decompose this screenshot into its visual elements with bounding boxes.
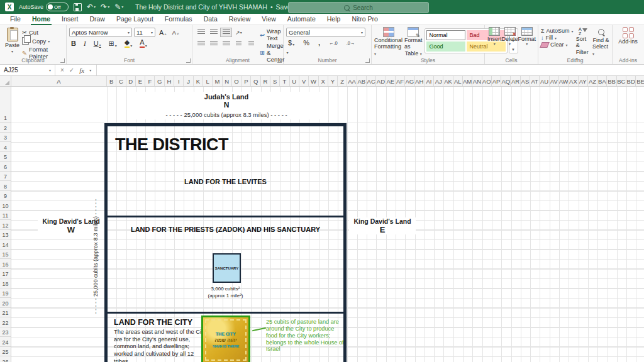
formula-input[interactable] xyxy=(97,65,644,75)
autosave-toggle[interactable]: Off xyxy=(46,3,69,11)
column-header-AV[interactable]: AV xyxy=(550,76,559,86)
clear-button[interactable]: Clear▾ xyxy=(541,41,574,48)
column-header-AF[interactable]: AF xyxy=(396,76,405,86)
column-header-A[interactable]: A xyxy=(11,76,107,86)
column-header-W[interactable]: W xyxy=(309,76,318,86)
column-header-Y[interactable]: Y xyxy=(328,76,338,86)
column-header-AR[interactable]: AR xyxy=(511,76,520,86)
row-header-26[interactable]: 26 xyxy=(0,356,11,362)
orientation-button[interactable]: ↗▾ xyxy=(233,28,245,37)
name-box[interactable]: AJ25▾ xyxy=(0,65,55,75)
district-box[interactable]: THE DISTRICT LAND FOR THE LEVITES LAND F… xyxy=(104,123,347,362)
borders-button[interactable]: ⊞▾ xyxy=(107,40,119,48)
format-cells-button[interactable]: Format▾ xyxy=(518,27,536,47)
search-box[interactable]: Search xyxy=(288,2,429,13)
row-header-1[interactable]: 1 xyxy=(0,87,11,123)
row-header-2[interactable]: 2 xyxy=(0,123,11,133)
column-header-E[interactable]: E xyxy=(136,76,145,86)
comma-style-button[interactable]: , xyxy=(316,39,322,47)
row-header-5[interactable]: 5 xyxy=(0,152,11,162)
row-header-9[interactable]: 9 xyxy=(0,191,11,201)
row-header-11[interactable]: 11 xyxy=(0,211,11,221)
column-header-Z[interactable]: Z xyxy=(338,76,347,86)
city-image[interactable]: THE CITY יהוה שמה YHVH IS THERE xyxy=(201,315,250,362)
column-header-BC[interactable]: BC xyxy=(617,76,626,86)
enter-icon[interactable]: ✓ xyxy=(69,67,74,74)
redo-button[interactable]: ↷▾ xyxy=(101,3,109,11)
shrink-font-button[interactable]: A˅ xyxy=(170,30,181,36)
column-header-AC[interactable]: AC xyxy=(367,76,376,86)
underline-button[interactable]: U▾ xyxy=(92,40,103,47)
column-header-AT[interactable]: AT xyxy=(530,76,540,86)
align-top-button[interactable] xyxy=(195,28,207,37)
column-header-Q[interactable]: Q xyxy=(251,76,260,86)
column-header-AY[interactable]: AY xyxy=(579,76,588,86)
column-header-N[interactable]: N xyxy=(223,76,232,86)
align-middle-button[interactable] xyxy=(208,28,219,37)
fill-color-button[interactable]: ◆▾ xyxy=(123,39,134,48)
column-header-U[interactable]: U xyxy=(290,76,299,86)
column-header-D[interactable]: D xyxy=(126,76,136,86)
save-icon[interactable] xyxy=(74,3,82,11)
column-header-AJ[interactable]: AJ xyxy=(434,76,443,86)
select-all-corner[interactable] xyxy=(0,76,11,86)
row-header-3[interactable]: 3 xyxy=(0,133,11,143)
autosum-button[interactable]: ΣAutoSum▾ xyxy=(541,28,574,34)
font-size-combo[interactable]: 11▾ xyxy=(134,28,155,37)
row-header-12[interactable]: 12 xyxy=(0,220,11,230)
column-header-V[interactable]: V xyxy=(299,76,309,86)
tab-file[interactable]: File xyxy=(5,14,26,25)
column-header-AM[interactable]: AM xyxy=(463,76,472,86)
column-header-AS[interactable]: AS xyxy=(521,76,530,86)
column-header-BE[interactable]: BE xyxy=(636,76,644,86)
row-header-22[interactable]: 22 xyxy=(0,317,11,327)
row-header-8[interactable]: 8 xyxy=(0,181,11,191)
column-header-AL[interactable]: AL xyxy=(453,76,463,86)
tab-insert[interactable]: Insert xyxy=(57,14,83,25)
column-header-C[interactable]: C xyxy=(116,76,126,86)
column-header-O[interactable]: O xyxy=(232,76,242,86)
italic-button[interactable]: I xyxy=(82,40,88,47)
align-center-button[interactable] xyxy=(208,39,219,48)
currency-button[interactable]: $▾ xyxy=(286,39,296,47)
row-header-4[interactable]: 4 xyxy=(0,142,11,152)
style-normal[interactable]: Normal xyxy=(426,30,465,40)
insert-cells-button[interactable]: Insert▾ xyxy=(487,27,502,47)
column-header-L[interactable]: L xyxy=(203,76,213,86)
column-header-AN[interactable]: AN xyxy=(472,76,482,86)
column-header-M[interactable]: M xyxy=(213,76,222,86)
tab-automate[interactable]: Automate xyxy=(282,14,321,25)
font-dialog-launcher[interactable] xyxy=(186,58,191,63)
addins-button[interactable]: Add-ins xyxy=(615,27,641,45)
column-header-BA[interactable]: BA xyxy=(597,76,607,86)
column-header-P[interactable]: P xyxy=(242,76,251,86)
tab-review[interactable]: Review xyxy=(224,14,255,25)
align-left-button[interactable] xyxy=(195,39,207,48)
align-right-button[interactable] xyxy=(220,39,232,48)
percent-button[interactable]: % xyxy=(301,39,311,47)
row-header-20[interactable]: 20 xyxy=(0,298,11,308)
column-header-AZ[interactable]: AZ xyxy=(588,76,597,86)
font-name-combo[interactable]: Aptos Narrow▾ xyxy=(69,28,132,37)
column-header-AW[interactable]: AW xyxy=(559,76,569,86)
column-header-AX[interactable]: AX xyxy=(569,76,578,86)
row-header-19[interactable]: 19 xyxy=(0,288,11,299)
column-header-AU[interactable]: AU xyxy=(540,76,549,86)
column-header-T[interactable]: T xyxy=(280,76,289,86)
column-header-S[interactable]: S xyxy=(270,76,280,86)
column-header-AE[interactable]: AE xyxy=(386,76,396,86)
tab-draw[interactable]: Draw xyxy=(84,14,110,25)
copy-button[interactable]: Copy▾ xyxy=(22,37,64,45)
increase-decimal-button[interactable]: ←.0 xyxy=(327,40,340,46)
column-header-BB[interactable]: BB xyxy=(607,76,616,86)
column-header-BD[interactable]: BD xyxy=(626,76,636,86)
tab-help[interactable]: Help xyxy=(322,14,346,25)
cancel-icon[interactable]: × xyxy=(60,67,64,74)
tab-page-layout[interactable]: Page Layout xyxy=(111,14,158,25)
column-header-AD[interactable]: AD xyxy=(376,76,386,86)
row-header-23[interactable]: 23 xyxy=(0,327,11,337)
clipboard-dialog-launcher[interactable] xyxy=(60,58,65,63)
alignment-dialog-launcher[interactable] xyxy=(277,58,282,63)
tab-formulas[interactable]: Formulas xyxy=(160,14,197,25)
row-header-16[interactable]: 16 xyxy=(0,259,11,269)
